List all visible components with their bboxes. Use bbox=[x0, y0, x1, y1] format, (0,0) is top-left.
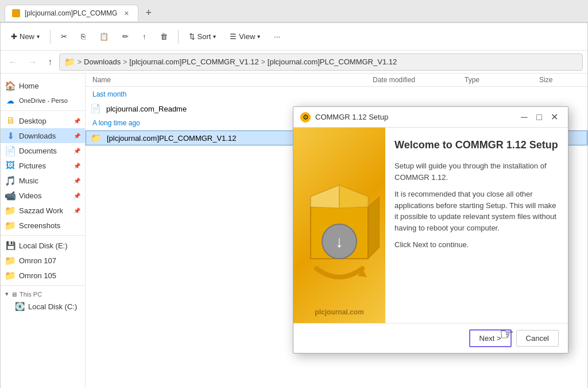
dialog-image: ↓ plcjournal.com bbox=[293, 128, 385, 323]
dialog-heading: Welcome to COMMGR 1.12 Setup bbox=[394, 139, 559, 151]
svg-marker-4 bbox=[311, 185, 339, 208]
setup-dialog: ⚙ COMMGR 1.12 Setup ─ □ ✕ bbox=[293, 106, 568, 354]
svg-marker-5 bbox=[339, 185, 368, 208]
setup-icon: ⚙ bbox=[303, 113, 309, 121]
dialog-text-3: Click Next to continue. bbox=[394, 239, 559, 251]
svg-text:↓: ↓ bbox=[335, 233, 343, 251]
dialog-content: Welcome to COMMGR 1.12 Setup Setup will … bbox=[385, 128, 568, 323]
dialog-titlebar: ⚙ COMMGR 1.12 Setup ─ □ ✕ bbox=[293, 107, 568, 128]
cancel-button[interactable]: Cancel bbox=[516, 330, 559, 347]
dialog-footer: Next > Cancel bbox=[293, 323, 568, 353]
dialog-title-icon: ⚙ bbox=[300, 112, 311, 122]
next-button[interactable]: Next > bbox=[469, 329, 512, 347]
installer-graphic: ↓ bbox=[299, 162, 380, 289]
dialog-title-text: COMMGR 1.12 Setup bbox=[315, 113, 513, 121]
dialog-controls: ─ □ ✕ bbox=[517, 110, 561, 124]
dialog-text-1: Setup will guide you through the install… bbox=[394, 160, 559, 183]
dialog-overlay: ⚙ COMMGR 1.12 Setup ─ □ ✕ bbox=[0, 0, 588, 388]
dialog-text-2: It is recommended that you close all oth… bbox=[394, 189, 559, 233]
dialog-close-button[interactable]: ✕ bbox=[547, 110, 561, 124]
dialog-maximize-button[interactable]: □ bbox=[532, 110, 546, 124]
dialog-body: ↓ plcjournal.com Welcome to COMMGR 1.12 … bbox=[293, 128, 568, 323]
watermark: plcjournal.com bbox=[293, 308, 385, 316]
dialog-minimize-button[interactable]: ─ bbox=[517, 110, 531, 124]
svg-marker-3 bbox=[368, 197, 380, 259]
